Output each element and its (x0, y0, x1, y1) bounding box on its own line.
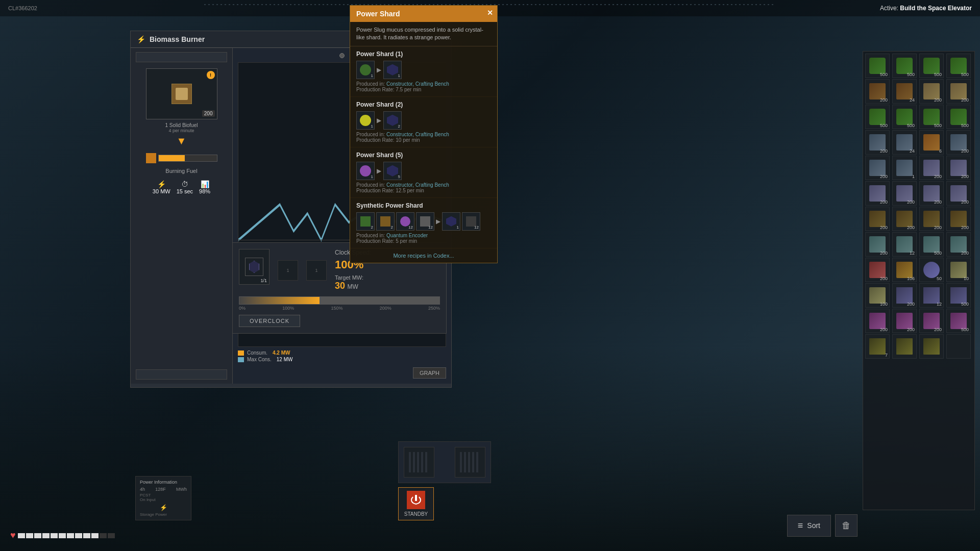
recipe-4-input-2-count: 2 (391, 225, 393, 230)
power-info-icon: ⚡ (160, 504, 167, 511)
inv-slot-14[interactable]: 24 (892, 130, 917, 155)
power-value: 30 MW (153, 188, 170, 194)
inv-slot-10[interactable]: 500 (892, 105, 917, 129)
health-seg-4 (42, 533, 50, 538)
slider-marks: 0% 100% 150% 200% 250% (239, 306, 440, 311)
shard-slot-empty-2[interactable]: 1 (306, 260, 327, 281)
shard-slot-empty-1[interactable]: 1 (278, 260, 298, 281)
health-seg-5 (51, 533, 58, 538)
machine-vent-2 (455, 447, 485, 478)
inv-slot-26[interactable]: 200 (892, 207, 917, 231)
inv-slot-19[interactable]: 200 (919, 156, 944, 180)
inv-slot-39[interactable]: 12 (919, 283, 944, 308)
delete-button[interactable]: 🗑 (835, 514, 857, 537)
shard-slot-count: 1/1 (260, 278, 267, 283)
inv-slot-2[interactable]: 500 (892, 54, 917, 78)
inv-slot-7[interactable]: 200 (919, 79, 944, 104)
inv-slot-8[interactable]: 200 (946, 79, 971, 104)
shard-slot-main[interactable]: 1/1 (239, 249, 270, 285)
overclock-button[interactable]: OVERCLOCK (239, 315, 300, 327)
recipe-1-location[interactable]: Constructor, Crafting Bench (386, 81, 449, 87)
ps-recipe-3-title: Power Shard (5) (356, 152, 491, 159)
inv-slot-22[interactable]: 200 (892, 181, 917, 206)
item-count: 200 (202, 110, 215, 117)
graph-button[interactable]: GRAPH (413, 367, 446, 379)
shard-item-icon (245, 258, 263, 276)
inv-slot-38[interactable]: 200 (892, 283, 917, 308)
inv-slot-12[interactable]: 500 (946, 105, 971, 129)
health-seg-11 (100, 533, 107, 538)
inv-slot-29[interactable]: 200 (865, 232, 890, 257)
inv-slot-3[interactable]: 500 (919, 54, 944, 78)
health-seg-9 (83, 533, 90, 538)
ps-recipe-4-title: Synthetic Power Shard (356, 202, 491, 209)
more-recipes-link[interactable]: More recipes in Codex... (350, 248, 497, 263)
inv-slot-30[interactable]: 12 (892, 232, 917, 257)
inv-slot-28[interactable]: 200 (946, 207, 971, 231)
inv-slot-41[interactable]: 200 (865, 309, 890, 333)
inv-slot-20[interactable]: 200 (946, 156, 971, 180)
mark-0: 0% (239, 306, 246, 311)
inv-slot-31[interactable]: 500 (919, 232, 944, 257)
svg-rect-2 (415, 495, 417, 501)
inv-slot-5[interactable]: 200 (865, 79, 890, 104)
ps-recipe-2-title: Power Shard (2) (356, 101, 491, 108)
inv-slot-32[interactable]: 200 (946, 232, 971, 257)
inv-slot-47[interactable] (919, 334, 944, 359)
recipe-3-row: 1 ▶ 5 (356, 162, 491, 180)
maxcons-color (238, 357, 244, 362)
inventory-panel: 500 500 500 500 200 24 200 200 500 500 5… (863, 51, 975, 510)
maxcons-label: Max Cons. (247, 357, 272, 362)
standby-svg (411, 494, 421, 506)
inv-slot-25[interactable]: 200 (865, 207, 890, 231)
inv-slot-36[interactable]: 10 (946, 258, 971, 282)
inv-slot-13[interactable]: 200 (865, 130, 890, 155)
recipe-1-row: 1 ▶ 1 (356, 61, 491, 79)
inv-slot-33[interactable]: 200 (865, 258, 890, 282)
inv-slot-24[interactable]: 200 (946, 181, 971, 206)
recipe-4-input-1-count: 2 (371, 225, 373, 230)
inv-slot-45[interactable]: 7 (865, 334, 890, 359)
inv-slot-21[interactable]: 200 (865, 181, 890, 206)
inv-slot-23[interactable]: 200 (919, 181, 944, 206)
inv-slot-17[interactable]: 200 (865, 156, 890, 180)
inv-slot-46[interactable] (892, 334, 917, 359)
recipe-4-location[interactable]: Quantum Encoder (386, 233, 428, 238)
inv-slot-48[interactable] (946, 334, 971, 359)
inv-slot-37[interactable]: 100 (865, 283, 890, 308)
recipe-1-output-count: 1 (398, 73, 400, 78)
inv-slot-34[interactable]: 106 (892, 258, 917, 282)
health-seg-6 (59, 533, 66, 538)
inv-slot-27[interactable]: 200 (919, 207, 944, 231)
ps-header: Power Shard ✕ (350, 6, 497, 22)
ps-close-button[interactable]: ✕ (487, 9, 493, 17)
inv-slot-4[interactable]: 500 (946, 54, 971, 78)
machine-base-deco (398, 441, 491, 483)
recipe-4-output-count: 1 (457, 225, 459, 230)
badge-icon: ! (210, 72, 211, 78)
mw-unit: MW (347, 283, 358, 290)
health-seg-3 (34, 533, 41, 538)
inv-slot-15[interactable]: 6 (919, 130, 944, 155)
inv-slot-35[interactable]: 50 (919, 258, 944, 282)
inv-slot-9[interactable]: 500 (865, 105, 890, 129)
recipe-4-output: 1 (442, 212, 460, 231)
recipe-2-location[interactable]: Constructor, Crafting Bench (386, 132, 449, 137)
inv-slot-6[interactable]: 24 (892, 79, 917, 104)
sort-button[interactable]: ≡ Sort (787, 515, 831, 537)
inv-slot-11[interactable]: 500 (919, 105, 944, 129)
target-mw-value: 30 (335, 281, 345, 291)
inv-slot-18[interactable]: 1 (892, 156, 917, 180)
clock-slider-track[interactable] (239, 296, 440, 305)
inv-slot-43[interactable]: 200 (919, 309, 944, 333)
inv-slot-40[interactable]: 500 (946, 283, 971, 308)
standby-icon (407, 491, 425, 509)
inv-slot-42[interactable]: 200 (892, 309, 917, 333)
inv-slot-16[interactable]: 200 (946, 130, 971, 155)
consum-label: Consum. (247, 350, 267, 356)
fuel-slot[interactable]: ! 200 (146, 68, 217, 119)
inv-slot-1[interactable]: 500 (865, 54, 890, 78)
inv-slot-44[interactable]: 500 (946, 309, 971, 333)
recipe-3-location[interactable]: Constructor, Crafting Bench (386, 182, 449, 188)
standby-button[interactable]: STANDBY (398, 487, 434, 520)
